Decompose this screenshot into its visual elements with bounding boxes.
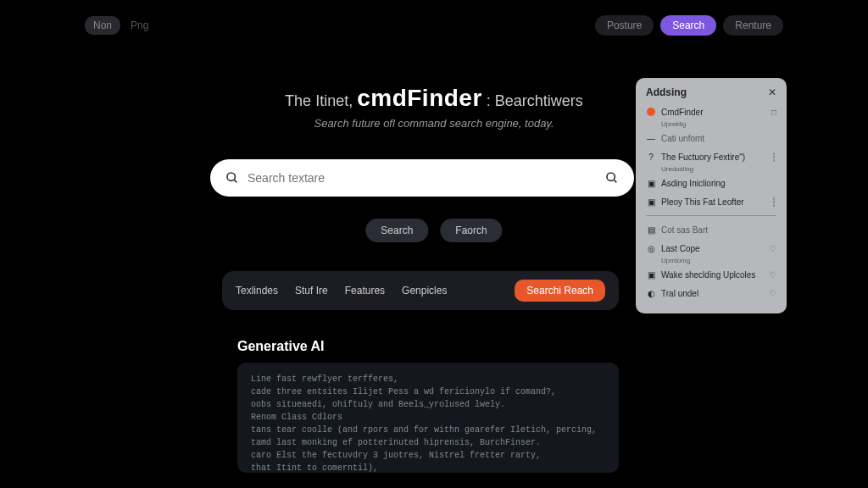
action-row: SearchFaorch [365,219,502,242]
hero-subtitle: Search future ofl command search engine,… [222,117,646,130]
panel-item-label: Asding Iniclioring [661,179,776,188]
panel-list: CmdFinder□Upreklig—Cati unfomt?The Fuctu… [646,103,776,302]
side-panel: Addsing ✕ CmdFinder□Upreklig—Cati unfomt… [636,78,787,313]
nav-right: PostureSearchRenture [595,15,783,36]
action-search[interactable]: Search [365,219,428,242]
panel-item-icon: ? [646,152,656,162]
hero-title: The Itinet, cmdFinder : Bearchtiwers [222,85,646,112]
panel-item-label: Wake sheclding Uplcoles [661,270,764,280]
svg-line-1 [234,180,236,182]
panel-item[interactable]: —Cati unfomt [646,130,776,147]
panel-item-trail-icon: □ [771,108,776,117]
category-bar: TexlindesStuf IreFeaturesGenpiclesSearch… [222,271,619,310]
panel-item-trail-icon: ┆ [771,197,776,207]
panel-item[interactable]: ◐Tral undel♡ [646,285,776,302]
panel-item-trail-icon: ♡ [769,289,776,298]
panel-item-label: CmdFinder [661,108,766,117]
nav-btn-search[interactable]: Search [660,15,716,36]
action-faorch[interactable]: Faorch [440,219,502,242]
panel-item-icon: — [646,133,656,143]
svg-line-3 [614,180,616,182]
nav-btn-renture[interactable]: Renture [723,15,783,36]
panel-item[interactable]: ◎Last Cope♡ [646,240,776,257]
panel-item[interactable]: ▣Pleoy This Fat Leofter┆ [646,193,776,210]
code-preview: Line fast rewflyer terfferes, cade three… [237,363,619,473]
nav-pill-left[interactable]: Non [85,16,120,35]
category-features[interactable]: Features [345,285,385,297]
category-stuf ire[interactable]: Stuf Ire [295,285,328,297]
nav-btn-posture[interactable]: Posture [595,15,654,36]
panel-item-icon: ▣ [646,197,656,207]
panel-item[interactable]: ▤Cot sas Bart [646,221,776,238]
category-texlindes[interactable]: Texlindes [236,285,278,297]
panel-item-label: Tral undel [661,289,764,298]
panel-item-label: Cot sas Bart [661,225,776,235]
search-icon-right[interactable] [605,171,619,185]
panel-item-label: Cati unfomt [661,134,776,143]
nav-plain-left[interactable]: Png [125,16,153,35]
search-icon [225,171,239,185]
panel-item-icon: ▣ [646,269,656,280]
category-genpicles[interactable]: Genpicles [402,285,447,297]
panel-item-trail-icon: ┆ [771,152,776,162]
search-input[interactable] [248,171,597,185]
svg-point-0 [227,173,235,180]
hero: The Itinet, cmdFinder : Bearchtiwers Sea… [222,85,646,130]
panel-item-sub: Uredusling [661,165,776,173]
panel-item-icon: ▤ [646,225,656,235]
svg-point-2 [607,173,615,180]
panel-item[interactable]: ▣Wake sheclding Uplcoles♡ [646,266,776,283]
brand: cmdFinder [357,85,482,111]
panel-item-trail-icon: ♡ [769,244,776,253]
close-icon[interactable]: ✕ [768,86,776,98]
panel-title: Addsing [646,86,687,98]
category-cta[interactable]: Searchi Reach [515,280,605,302]
panel-item-label: Pleoy This Fat Leofter [661,197,766,207]
panel-item[interactable]: ?The Fuctuory Fextire")┆ [646,148,776,165]
generative-ai-label: Generative AI [237,339,325,354]
search-bar[interactable] [210,159,634,197]
panel-item-label: The Fuctuory Fextire") [661,152,766,162]
panel-item-icon: ◐ [646,288,656,298]
panel-item[interactable]: ▣Asding Iniclioring [646,175,776,191]
divider [646,215,776,216]
panel-item-label: Last Cope [661,244,764,253]
panel-item-sub: Upmlomg [661,257,776,264]
panel-item-icon: ◎ [646,243,656,253]
panel-item-sub: Upreklig [661,120,776,128]
panel-item-icon [646,107,656,117]
panel-item[interactable]: CmdFinder□ [646,103,776,120]
panel-item-icon: ▣ [646,178,656,188]
panel-item-trail-icon: ♡ [769,270,776,280]
